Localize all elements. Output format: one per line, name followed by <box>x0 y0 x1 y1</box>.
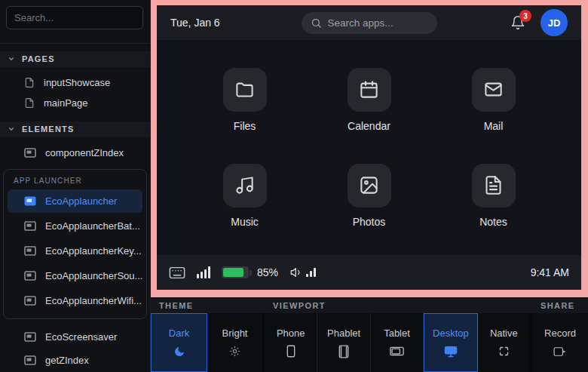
sun-icon <box>229 345 240 358</box>
component-icon <box>24 196 36 206</box>
toolbar-header: THEME VIEWPORT SHARE <box>151 297 588 313</box>
button-label: Native <box>490 327 518 339</box>
component-icon <box>24 271 36 281</box>
sidebar-item-label: getZIndex <box>45 355 89 366</box>
sidebar-item-label: EcoApplauncherWifi... <box>45 295 142 306</box>
sidebar-search-input[interactable] <box>6 6 143 29</box>
sidebar-section-elements[interactable]: ELEMENTS <box>0 121 150 137</box>
app-label: Music <box>231 216 259 228</box>
app-calendar[interactable]: Calendar <box>307 68 431 132</box>
launcher-topbar: Tue, Jan 6 3 J <box>157 5 581 40</box>
app-label: Mail <box>484 120 504 132</box>
folder-icon <box>223 68 267 112</box>
calendar-icon <box>348 68 391 112</box>
sidebar-item-mainpage[interactable]: mainPage <box>0 93 150 114</box>
chevron-down-icon <box>8 55 15 63</box>
search-icon <box>311 17 322 29</box>
native-fullscreen-icon <box>498 345 510 358</box>
theme-button-group: Dark Bright <box>151 313 262 372</box>
file-icon <box>24 77 35 88</box>
sidebar: PAGES inputShowcase mainPage ELEMENTS co… <box>0 0 151 372</box>
component-icon <box>24 148 36 158</box>
sidebar-item-label: EcoApplauncher <box>45 195 117 207</box>
date-label: Tue, Jan 6 <box>170 17 261 29</box>
music-icon <box>223 164 267 208</box>
sidebar-item-label: componentZIndex <box>45 147 124 158</box>
preview-highlight-frame: Tue, Jan 6 3 J <box>151 0 588 297</box>
sidebar-item-ecoapplauncherkey[interactable]: EcoApplauncherKey... <box>8 239 142 263</box>
volume-bars-icon <box>306 268 316 277</box>
component-icon <box>24 296 36 306</box>
button-label: Record <box>544 327 576 339</box>
viewport-desktop-button[interactable]: Desktop <box>424 313 477 372</box>
file-icon <box>24 97 35 109</box>
apps-search-pill[interactable] <box>302 12 437 34</box>
battery-percent-label: 85% <box>257 266 278 278</box>
button-label: Tablet <box>384 327 410 339</box>
viewport-tablet-button[interactable]: Tablet <box>371 313 424 372</box>
app-mail[interactable]: Mail <box>431 68 556 132</box>
sidebar-item-label: inputShowcase <box>44 77 110 88</box>
sidebar-item-label: EcoApplauncherKey... <box>45 245 142 257</box>
theme-bright-button[interactable]: Bright <box>207 313 262 372</box>
app-label: Notes <box>479 216 507 228</box>
sidebar-item-ecoapplauncherwifi[interactable]: EcoApplauncherWifi... <box>8 289 142 312</box>
battery-icon <box>222 266 249 278</box>
avatar[interactable]: JD <box>541 9 568 36</box>
app-music[interactable]: Music <box>182 164 307 228</box>
viewport-phone-button[interactable]: Phone <box>265 313 317 372</box>
share-record-button[interactable]: Record <box>532 313 588 372</box>
keyboard-icon <box>169 266 185 279</box>
sidebar-item-ecoscreensaver[interactable]: EcoScreensaver <box>0 325 150 349</box>
launcher-statusbar: 85% 9:41 AM <box>157 255 581 290</box>
record-video-icon <box>553 345 567 358</box>
component-icon <box>24 355 36 365</box>
component-icon <box>24 221 36 231</box>
share-button-group: Record <box>532 313 588 372</box>
viewport-phablet-button[interactable]: Phablet <box>317 313 370 372</box>
battery-fill <box>223 268 243 277</box>
sidebar-item-getzindex[interactable]: getZIndex <box>0 349 150 372</box>
viewport-group-label: VIEWPORT <box>265 301 532 310</box>
sidebar-section-pages[interactable]: PAGES <box>0 51 150 67</box>
sidebar-item-ecoapplaunchersou[interactable]: EcoApplauncherSou... <box>8 264 142 287</box>
button-label: Dark <box>169 327 189 339</box>
sidebar-item-componentzindex[interactable]: componentZIndex <box>0 142 150 163</box>
sidebar-item-ecoapplauncher[interactable]: EcoApplauncher <box>8 189 142 213</box>
sidebar-item-inputshowcase[interactable]: inputShowcase <box>0 72 150 93</box>
theme-dark-button[interactable]: Dark <box>151 313 207 372</box>
phone-icon <box>286 345 296 358</box>
notification-badge: 3 <box>519 10 531 22</box>
component-icon <box>24 246 36 256</box>
app-notes[interactable]: Notes <box>431 164 556 228</box>
app-label: Files <box>234 120 256 132</box>
app-launcher-group: APP LAUNCHER EcoApplauncher EcoApplaunch… <box>3 169 147 319</box>
storybook-toolbar: THEME VIEWPORT SHARE Dark Bright <box>151 297 588 372</box>
component-icon <box>24 332 36 342</box>
group-label: APP LAUNCHER <box>6 173 144 188</box>
button-label: Phablet <box>327 327 360 339</box>
notes-icon <box>472 164 516 208</box>
theme-group-label: THEME <box>151 301 265 310</box>
button-label: Phone <box>277 327 305 339</box>
section-label: PAGES <box>22 54 55 63</box>
clock-label: 9:41 AM <box>531 266 569 278</box>
app-label: Calendar <box>348 120 390 132</box>
sidebar-divider <box>0 43 150 44</box>
moon-icon <box>173 345 185 358</box>
viewport-native-button[interactable]: Native <box>478 313 530 372</box>
desktop-icon <box>444 345 458 358</box>
sidebar-item-label: EcoApplauncherBat... <box>45 220 140 232</box>
chevron-down-icon <box>8 125 15 133</box>
app-photos[interactable]: Photos <box>307 164 431 228</box>
apps-search-input[interactable] <box>328 17 426 29</box>
notifications-button[interactable]: 3 <box>510 15 525 30</box>
app-files[interactable]: Files <box>182 68 307 132</box>
tablet-icon <box>390 345 404 358</box>
sidebar-item-ecoapplauncherbat[interactable]: EcoApplauncherBat... <box>8 214 142 238</box>
speaker-icon <box>289 266 303 279</box>
volume-indicator <box>289 266 316 279</box>
viewport-button-group: Phone Phablet Tablet <box>265 313 530 372</box>
share-group-label: SHARE <box>532 301 588 310</box>
sidebar-item-label: EcoApplauncherSou... <box>45 270 142 281</box>
